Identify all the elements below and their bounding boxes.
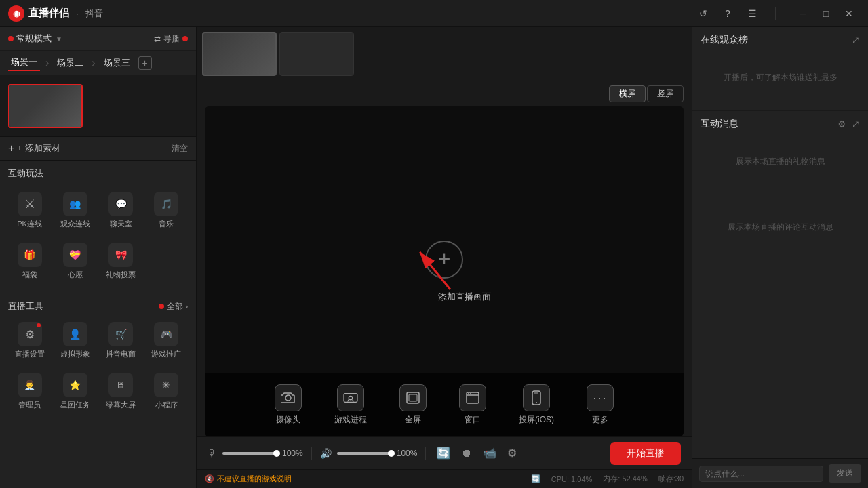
expand-icon[interactable]: ⤢ — [852, 35, 860, 45]
more-label: 更多 — [592, 414, 608, 426]
fps-status: 帧存:30 — [658, 474, 684, 484]
fullscreen-label: 全屏 — [405, 414, 421, 426]
chat-input[interactable] — [699, 466, 823, 482]
svg-point-9 — [468, 393, 469, 394]
camera-button[interactable]: 摄像头 — [258, 379, 318, 431]
tools-all-label: 全部 — [167, 301, 183, 312]
mini-program-button[interactable]: ✳ 小程序 — [145, 367, 188, 415]
scene-tab-2[interactable]: 场景二 — [54, 56, 86, 70]
wish-label: 心愿 — [68, 270, 83, 280]
svg-point-2 — [285, 395, 291, 401]
gift-message-empty: 展示本场直播的礼物消息 — [701, 136, 860, 188]
interactive-section: 互动玩法 ⚔ PK连线 👥 观众连线 💬 聊天室 🎵 音乐 — [0, 161, 196, 293]
window-icon — [459, 384, 486, 411]
warning-icon: 🔇 — [205, 474, 214, 483]
interactive-title: 互动玩法 — [8, 167, 188, 180]
chat-room-button[interactable]: 💬 聊天室 — [100, 186, 142, 235]
wish-button[interactable]: 💝 心愿 — [54, 237, 96, 285]
tools-indicator — [159, 304, 164, 309]
app-subtitle: 抖音 — [85, 7, 103, 20]
clear-button[interactable]: 清空 — [172, 143, 188, 155]
rotate-icon[interactable]: 🔄 — [434, 447, 453, 460]
tools-all-button[interactable]: 全部 › — [159, 301, 188, 312]
right-panel: 在线观众榜 ⤢ 开播后，可了解本场谁送礼最多 互动消息 ⚙ ⤢ 展示本场直播的礼… — [692, 27, 868, 488]
start-live-button[interactable]: 开始直播 — [610, 442, 681, 465]
mode-button[interactable]: 常规模式 ▼ — [8, 33, 62, 45]
interactive-messages-section: 互动消息 ⚙ ⤢ 展示本场直播的礼物消息 展示本场直播的评论互动消息 — [692, 111, 868, 458]
audience-empty: 开播后，可了解本场谁送礼最多 — [701, 52, 860, 104]
minimize-button[interactable]: ─ — [792, 3, 814, 24]
game-capture-icon — [337, 384, 364, 411]
avatar-button[interactable]: 👤 虚拟形象 — [54, 317, 96, 365]
game-capture-button[interactable]: 游戏进程 — [318, 379, 383, 431]
svg-point-10 — [470, 393, 471, 394]
maximize-button[interactable]: □ — [815, 3, 837, 24]
gift-bag-button[interactable]: 🎁 福袋 — [8, 237, 51, 285]
live-settings-button[interactable]: ⚙ 直播设置 — [8, 317, 51, 365]
expand-2-icon[interactable]: ⤢ — [852, 119, 860, 129]
status-bar: 🔇 不建议直播的游戏说明 🔄 CPU: 1.04% 内存: 52.44% 帧存:… — [197, 469, 692, 488]
import-button[interactable]: ⇄ 导播 — [154, 33, 188, 45]
separator-2 — [425, 447, 426, 460]
window-button[interactable]: 窗口 — [443, 379, 502, 431]
more-icon: ··· — [587, 384, 614, 411]
sidebar: 常规模式 ▼ ⇄ 导播 场景一 › 场景二 › 场景三 + — [0, 27, 197, 488]
add-canvas-button[interactable]: + — [425, 241, 463, 279]
music-icon: 🎵 — [154, 192, 178, 216]
pk-button[interactable]: ⚔ PK连线 — [8, 186, 51, 235]
send-button[interactable]: 发送 — [829, 464, 861, 483]
close-button[interactable]: ✕ — [838, 3, 860, 24]
gift-vote-button[interactable]: 🎀 礼物投票 — [100, 237, 142, 285]
fullscreen-icon — [399, 384, 427, 411]
screen-toggle: 横屏 竖屏 — [197, 81, 692, 106]
preview-area: + 添加直播画面 — [205, 106, 684, 436]
help-icon[interactable]: ? — [721, 7, 734, 20]
preview-thumb-dark — [279, 32, 354, 76]
ecommerce-button[interactable]: 🛒 抖音电商 — [100, 317, 142, 365]
mic-slider[interactable] — [222, 452, 277, 455]
preview-dark: + 添加直播画面 — [205, 106, 684, 436]
gift-vote-icon: 🎀 — [108, 243, 133, 267]
fullscreen-button[interactable]: 全屏 — [383, 379, 443, 431]
preview-thumb-active[interactable] — [202, 32, 277, 76]
gift-vote-label: 礼物投票 — [106, 270, 136, 280]
add-scene-button[interactable]: + — [138, 56, 152, 70]
ecommerce-icon: 🛒 — [108, 322, 133, 346]
refresh-icon[interactable]: ↺ — [696, 7, 710, 20]
live-settings-label: 直播设置 — [15, 349, 45, 359]
settings-icon[interactable]: ⚙ — [837, 119, 846, 129]
menu-icon[interactable]: ☰ — [745, 7, 759, 20]
green-screen-button[interactable]: 🖥 绿幕大屏 — [100, 367, 142, 415]
interactive-icons: ⚙ ⤢ — [837, 119, 860, 129]
refresh-indicator: 🔄 — [531, 474, 540, 483]
green-screen-label: 绿幕大屏 — [106, 400, 136, 410]
star-task-button[interactable]: ⭐ 星图任务 — [54, 367, 96, 415]
add-material-button[interactable]: + + 添加素材 — [8, 142, 60, 155]
music-button[interactable]: 🎵 音乐 — [145, 186, 188, 235]
window-controls: ─ □ ✕ — [792, 3, 860, 24]
game-promo-label: 游戏推广 — [151, 349, 181, 359]
gift-bag-icon: 🎁 — [18, 243, 42, 267]
camera-ctrl-icon[interactable]: 📹 — [480, 447, 499, 460]
ios-mirror-button[interactable]: 投屏(iOS) — [502, 379, 570, 431]
game-promo-button[interactable]: 🎮 游戏推广 — [145, 317, 188, 365]
cpu-icon: 🔄 — [531, 474, 540, 483]
landscape-button[interactable]: 横屏 — [609, 85, 646, 102]
audience-connect-button[interactable]: 👥 观众连线 — [54, 186, 96, 235]
scene-tab-3[interactable]: 场景三 — [101, 56, 133, 70]
more-button[interactable]: ··· 更多 — [570, 379, 630, 431]
scene-thumb-1[interactable] — [8, 84, 83, 128]
settings-ctrl-icon[interactable]: ⚙ — [505, 447, 519, 460]
mode-label: 常规模式 — [16, 33, 52, 45]
portrait-button[interactable]: 竖屏 — [647, 85, 684, 102]
divider — [775, 7, 776, 20]
tools-title: 直播工具 — [8, 300, 43, 312]
comment-message-empty: 展示本场直播的评论互动消息 — [701, 201, 860, 253]
admin-button[interactable]: 👨‍💼 管理员 — [8, 367, 51, 415]
scene-tab-1[interactable]: 场景一 — [8, 55, 40, 71]
speaker-slider[interactable] — [337, 452, 391, 455]
chat-input-bar: 发送 — [692, 458, 868, 488]
record-icon[interactable]: ⏺ — [458, 447, 475, 460]
cpu-status: CPU: 1.04% — [551, 475, 593, 483]
logo-icon: ◉ — [8, 5, 24, 22]
